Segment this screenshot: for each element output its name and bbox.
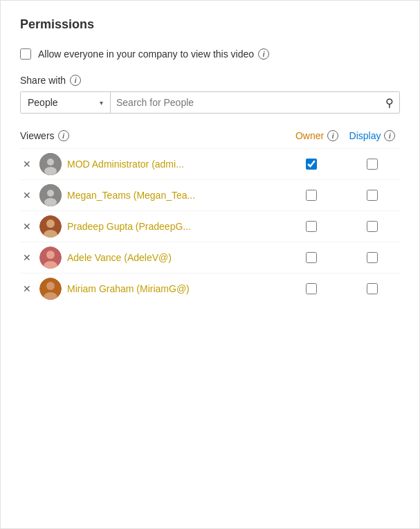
share-with-section: Share with i People ▾ ⚲ <box>20 75 400 114</box>
remove-viewer-button[interactable]: ✕ <box>20 251 34 264</box>
display-checkbox[interactable] <box>367 283 378 294</box>
svg-point-10 <box>46 251 55 259</box>
display-checkbox[interactable] <box>367 159 378 170</box>
viewer-name: MOD Administrator (admi... <box>67 159 278 170</box>
owner-checkbox[interactable] <box>306 252 317 263</box>
chevron-down-icon: ▾ <box>100 99 103 107</box>
viewer-row: ✕ MOD Administrator (admi... <box>20 148 400 179</box>
viewers-header: Viewers i Owner i Display i <box>20 126 400 145</box>
owner-checkbox[interactable] <box>306 190 317 201</box>
owner-checkbox[interactable] <box>306 283 317 294</box>
search-wrapper: ⚲ <box>111 92 399 113</box>
remove-viewer-button[interactable]: ✕ <box>20 188 34 202</box>
allow-everyone-info-icon: i <box>258 48 269 60</box>
viewer-row: ✕ Adele Vance (AdeleV@) <box>20 242 400 273</box>
share-with-dropdown[interactable]: People ▾ <box>21 92 111 113</box>
viewer-row: ✕ Miriam Graham (MiriamG@) <box>20 273 400 304</box>
avatar <box>39 246 62 269</box>
svg-point-2 <box>44 167 57 175</box>
owner-cell <box>284 221 339 232</box>
share-with-info-icon: i <box>70 75 81 86</box>
display-cell <box>345 221 400 232</box>
owner-cell <box>284 190 339 201</box>
remove-viewer-button[interactable]: ✕ <box>20 282 34 296</box>
svg-point-1 <box>47 159 54 165</box>
display-cell <box>345 252 400 263</box>
owner-checkbox[interactable] <box>306 221 317 232</box>
avatar <box>39 184 62 206</box>
owner-checkbox[interactable] <box>306 159 317 170</box>
display-cell <box>345 190 400 201</box>
avatar <box>39 215 62 237</box>
search-icon[interactable]: ⚲ <box>385 96 394 109</box>
owner-info-icon: i <box>327 130 338 141</box>
share-with-controls: People ▾ ⚲ <box>20 91 400 114</box>
viewer-name: Pradeep Gupta (PradeepG... <box>67 221 278 232</box>
dropdown-selected-value: People <box>28 97 58 108</box>
display-checkbox[interactable] <box>367 221 378 232</box>
svg-point-4 <box>47 190 54 197</box>
owner-header-label: Owner i <box>289 130 345 141</box>
svg-point-5 <box>44 198 57 206</box>
viewer-rows-container: ✕ MOD Administrator (admi...✕ Megan_Team… <box>20 148 400 304</box>
display-cell <box>345 283 400 294</box>
search-input[interactable] <box>116 97 381 108</box>
owner-cell <box>284 159 339 170</box>
svg-point-7 <box>46 219 55 228</box>
allow-everyone-row: Allow everyone in your company to view t… <box>20 48 400 60</box>
avatar <box>39 153 62 175</box>
share-with-label: Share with i <box>20 75 400 86</box>
allow-everyone-checkbox[interactable] <box>20 48 31 60</box>
owner-cell <box>284 283 339 294</box>
viewer-name: Miriam Graham (MiriamG@) <box>67 283 278 294</box>
avatar <box>39 278 62 300</box>
viewer-name: Megan_Teams (Megan_Tea... <box>67 190 278 201</box>
remove-viewer-button[interactable]: ✕ <box>20 157 34 171</box>
panel-title: Permissions <box>20 17 400 32</box>
display-cell <box>345 159 400 170</box>
viewers-header-label: Viewers i <box>20 130 289 141</box>
svg-point-13 <box>46 282 55 290</box>
viewer-row: ✕ Pradeep Gupta (PradeepG... <box>20 210 400 242</box>
display-checkbox[interactable] <box>367 252 378 263</box>
display-info-icon: i <box>384 130 395 141</box>
permissions-panel: Permissions Allow everyone in your compa… <box>0 0 420 529</box>
remove-viewer-button[interactable]: ✕ <box>20 219 34 233</box>
owner-cell <box>284 252 339 263</box>
viewer-name: Adele Vance (AdeleV@) <box>67 252 278 263</box>
viewers-section: Viewers i Owner i Display i ✕ MOD Admini… <box>20 126 400 304</box>
display-checkbox[interactable] <box>367 190 378 201</box>
viewers-info-icon: i <box>58 130 69 141</box>
display-header-label: Display i <box>345 130 400 141</box>
viewer-row: ✕ Megan_Teams (Megan_Tea... <box>20 179 400 210</box>
allow-everyone-label: Allow everyone in your company to view t… <box>38 48 269 60</box>
